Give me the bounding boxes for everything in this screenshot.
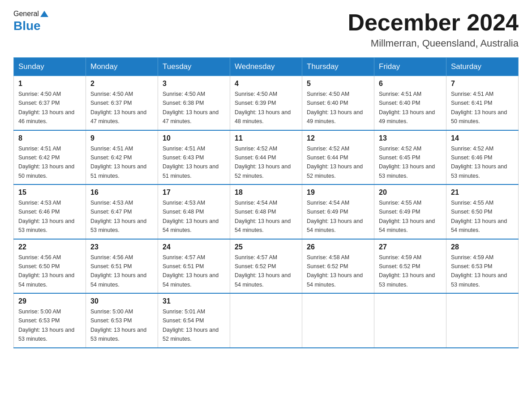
day-info: Sunrise: 4:50 AMSunset: 6:37 PMDaylight:… <box>18 91 74 124</box>
calendar-cell: 6 Sunrise: 4:51 AMSunset: 6:40 PMDayligh… <box>374 76 446 130</box>
calendar-cell: 5 Sunrise: 4:50 AMSunset: 6:40 PMDayligh… <box>302 76 374 130</box>
day-number: 10 <box>163 134 225 142</box>
day-number: 1 <box>18 80 81 88</box>
day-number: 19 <box>307 188 369 197</box>
calendar-cell: 12 Sunrise: 4:52 AMSunset: 6:44 PMDaylig… <box>302 130 374 185</box>
day-info: Sunrise: 4:52 AMSunset: 6:44 PMDaylight:… <box>307 146 363 179</box>
calendar-cell: 25 Sunrise: 4:57 AMSunset: 6:52 PMDaylig… <box>230 239 302 294</box>
day-number: 7 <box>451 80 514 88</box>
calendar-week-row: 1 Sunrise: 4:50 AMSunset: 6:37 PMDayligh… <box>14 76 519 130</box>
weekday-header-saturday: Saturday <box>446 58 519 76</box>
logo-blue-text: Blue <box>13 19 41 33</box>
calendar-cell: 19 Sunrise: 4:54 AMSunset: 6:49 PMDaylig… <box>302 184 374 239</box>
day-number: 17 <box>163 188 225 197</box>
location-text: Millmerran, Queensland, Australia <box>348 38 519 49</box>
day-info: Sunrise: 4:53 AMSunset: 6:48 PMDaylight:… <box>163 200 219 233</box>
calendar-cell: 24 Sunrise: 4:57 AMSunset: 6:51 PMDaylig… <box>158 239 230 294</box>
day-number: 25 <box>235 243 297 251</box>
calendar-cell: 15 Sunrise: 4:53 AMSunset: 6:46 PMDaylig… <box>14 184 86 239</box>
calendar-cell: 3 Sunrise: 4:50 AMSunset: 6:38 PMDayligh… <box>158 76 230 130</box>
day-number: 14 <box>451 134 514 142</box>
day-info: Sunrise: 5:01 AMSunset: 6:54 PMDaylight:… <box>163 308 219 342</box>
month-title: December 2024 <box>348 9 519 36</box>
day-info: Sunrise: 4:53 AMSunset: 6:46 PMDaylight:… <box>18 200 74 233</box>
calendar-cell: 27 Sunrise: 4:59 AMSunset: 6:52 PMDaylig… <box>374 239 446 294</box>
day-info: Sunrise: 4:54 AMSunset: 6:48 PMDaylight:… <box>235 200 291 233</box>
calendar-week-row: 15 Sunrise: 4:53 AMSunset: 6:46 PMDaylig… <box>14 184 519 239</box>
day-info: Sunrise: 4:55 AMSunset: 6:50 PMDaylight:… <box>451 200 507 233</box>
calendar-cell: 8 Sunrise: 4:51 AMSunset: 6:42 PMDayligh… <box>14 130 86 185</box>
calendar-cell <box>302 293 374 348</box>
calendar-cell <box>230 293 302 348</box>
day-number: 11 <box>235 134 297 142</box>
day-number: 21 <box>451 188 514 197</box>
day-info: Sunrise: 4:52 AMSunset: 6:44 PMDaylight:… <box>235 146 291 179</box>
day-info: Sunrise: 4:51 AMSunset: 6:40 PMDaylight:… <box>379 91 435 124</box>
calendar-cell: 20 Sunrise: 4:55 AMSunset: 6:49 PMDaylig… <box>374 184 446 239</box>
day-info: Sunrise: 4:53 AMSunset: 6:47 PMDaylight:… <box>90 200 146 233</box>
calendar-cell: 1 Sunrise: 4:50 AMSunset: 6:37 PMDayligh… <box>14 76 86 130</box>
calendar-cell: 29 Sunrise: 5:00 AMSunset: 6:53 PMDaylig… <box>14 293 86 348</box>
day-info: Sunrise: 4:52 AMSunset: 6:45 PMDaylight:… <box>379 146 435 179</box>
day-number: 26 <box>307 243 369 251</box>
calendar-week-row: 8 Sunrise: 4:51 AMSunset: 6:42 PMDayligh… <box>14 130 519 185</box>
day-info: Sunrise: 4:51 AMSunset: 6:42 PMDaylight:… <box>18 146 74 179</box>
day-info: Sunrise: 4:59 AMSunset: 6:53 PMDaylight:… <box>451 254 507 288</box>
day-number: 29 <box>18 297 81 305</box>
day-info: Sunrise: 4:52 AMSunset: 6:46 PMDaylight:… <box>451 146 507 179</box>
calendar-cell <box>446 293 519 348</box>
calendar-cell: 18 Sunrise: 4:54 AMSunset: 6:48 PMDaylig… <box>230 184 302 239</box>
calendar-cell: 16 Sunrise: 4:53 AMSunset: 6:47 PMDaylig… <box>86 184 158 239</box>
day-number: 12 <box>307 134 369 142</box>
title-section: December 2024 Millmerran, Queensland, Au… <box>348 9 519 49</box>
day-info: Sunrise: 4:56 AMSunset: 6:51 PMDaylight:… <box>90 254 146 288</box>
weekday-header-wednesday: Wednesday <box>230 58 302 76</box>
day-number: 5 <box>307 80 369 88</box>
weekday-header-thursday: Thursday <box>302 58 374 76</box>
calendar-cell: 26 Sunrise: 4:58 AMSunset: 6:52 PMDaylig… <box>302 239 374 294</box>
calendar-cell: 28 Sunrise: 4:59 AMSunset: 6:53 PMDaylig… <box>446 239 519 294</box>
weekday-header-tuesday: Tuesday <box>158 58 230 76</box>
day-info: Sunrise: 4:50 AMSunset: 6:40 PMDaylight:… <box>307 91 363 124</box>
logo: General Blue <box>13 9 50 33</box>
weekday-header-row: SundayMondayTuesdayWednesdayThursdayFrid… <box>14 58 519 76</box>
day-number: 13 <box>379 134 442 142</box>
day-info: Sunrise: 4:56 AMSunset: 6:50 PMDaylight:… <box>18 254 74 288</box>
day-number: 28 <box>451 243 514 251</box>
day-number: 23 <box>90 243 153 251</box>
day-number: 9 <box>90 134 153 142</box>
day-number: 31 <box>163 297 225 305</box>
calendar-cell: 21 Sunrise: 4:55 AMSunset: 6:50 PMDaylig… <box>446 184 519 239</box>
calendar-cell: 4 Sunrise: 4:50 AMSunset: 6:39 PMDayligh… <box>230 76 302 130</box>
day-info: Sunrise: 4:51 AMSunset: 6:41 PMDaylight:… <box>451 91 507 124</box>
day-info: Sunrise: 5:00 AMSunset: 6:53 PMDaylight:… <box>90 308 146 342</box>
day-number: 2 <box>90 80 153 88</box>
day-info: Sunrise: 4:55 AMSunset: 6:49 PMDaylight:… <box>379 200 435 233</box>
day-info: Sunrise: 4:54 AMSunset: 6:49 PMDaylight:… <box>307 200 363 233</box>
day-number: 18 <box>235 188 297 197</box>
svg-marker-0 <box>40 11 48 17</box>
calendar-cell: 13 Sunrise: 4:52 AMSunset: 6:45 PMDaylig… <box>374 130 446 185</box>
day-info: Sunrise: 4:58 AMSunset: 6:52 PMDaylight:… <box>307 254 363 288</box>
day-number: 4 <box>235 80 297 88</box>
page-header: General Blue December 2024 Millmerran, Q… <box>13 9 519 49</box>
day-number: 8 <box>18 134 81 142</box>
calendar-cell: 22 Sunrise: 4:56 AMSunset: 6:50 PMDaylig… <box>14 239 86 294</box>
day-number: 24 <box>163 243 225 251</box>
calendar-table: SundayMondayTuesdayWednesdayThursdayFrid… <box>13 57 519 348</box>
day-number: 3 <box>163 80 225 88</box>
calendar-cell: 17 Sunrise: 4:53 AMSunset: 6:48 PMDaylig… <box>158 184 230 239</box>
day-number: 16 <box>90 188 153 197</box>
calendar-cell: 11 Sunrise: 4:52 AMSunset: 6:44 PMDaylig… <box>230 130 302 185</box>
calendar-cell: 14 Sunrise: 4:52 AMSunset: 6:46 PMDaylig… <box>446 130 519 185</box>
day-info: Sunrise: 5:00 AMSunset: 6:53 PMDaylight:… <box>18 308 74 342</box>
day-number: 27 <box>379 243 442 251</box>
day-number: 20 <box>379 188 442 197</box>
calendar-cell: 23 Sunrise: 4:56 AMSunset: 6:51 PMDaylig… <box>86 239 158 294</box>
weekday-header-monday: Monday <box>86 58 158 76</box>
calendar-week-row: 22 Sunrise: 4:56 AMSunset: 6:50 PMDaylig… <box>14 239 519 294</box>
calendar-cell: 2 Sunrise: 4:50 AMSunset: 6:37 PMDayligh… <box>86 76 158 130</box>
day-number: 22 <box>18 243 81 251</box>
calendar-week-row: 29 Sunrise: 5:00 AMSunset: 6:53 PMDaylig… <box>14 293 519 348</box>
day-info: Sunrise: 4:51 AMSunset: 6:43 PMDaylight:… <box>163 146 219 179</box>
